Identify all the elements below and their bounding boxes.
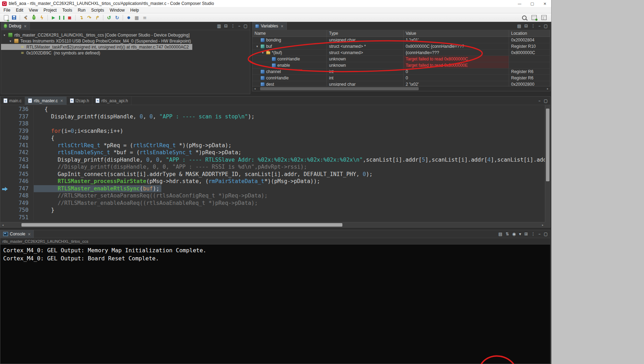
- expander-icon[interactable]: ▾: [8, 39, 12, 43]
- variable-row[interactable]: connHandleunknownTarget failed to read 0…: [252, 56, 550, 62]
- code-line-747[interactable]: 747 RTLSMaster_enableRtlsSync(buf);: [0, 185, 545, 193]
- code-line-744[interactable]: 744 //Display_printf(dispHandle, 0, 0, "…: [0, 163, 545, 171]
- code-line-746[interactable]: 746 RTLSMaster_processPairState(pMsg->hd…: [0, 178, 545, 185]
- view-menu-icon[interactable]: ⋮: [531, 24, 535, 28]
- editor-tab-rtls_aoa_api-h[interactable]: hrtls_aoa_api.h: [92, 97, 131, 105]
- minimize-icon[interactable]: –: [539, 24, 541, 28]
- maximize-icon[interactable]: ▢: [544, 232, 548, 236]
- variable-row[interactable]: ▾*(buf)struct <unnamed>{connHandle=???0x…: [252, 50, 550, 56]
- debug-tree-row[interactable]: ▾Texas Instruments XDS110 USB Debug Prob…: [1, 38, 194, 44]
- maximize-icon[interactable]: ▢: [544, 99, 548, 103]
- registers-button[interactable]: ≡: [141, 14, 149, 21]
- open-console-icon[interactable]: ⊞: [524, 232, 528, 236]
- suspend-button[interactable]: [58, 14, 65, 21]
- scroll-left-icon[interactable]: ◂: [252, 86, 257, 91]
- close-button[interactable]: ×: [539, 0, 551, 7]
- expander-icon[interactable]: ▾: [255, 45, 259, 48]
- maximize-icon[interactable]: ▢: [244, 24, 247, 28]
- code-line-739[interactable]: 739 for(i=0;i<scanRes;i++): [0, 128, 545, 135]
- view-menu-icon[interactable]: ⋮: [231, 24, 235, 28]
- display-console-icon[interactable]: ▾: [519, 232, 521, 236]
- editor-hscrollbar[interactable]: ◂ ▸: [0, 222, 545, 227]
- build-button[interactable]: [22, 14, 30, 21]
- editor-tab-rtls_master-c[interactable]: crtls_master.c: [25, 97, 66, 105]
- collapse-all-icon[interactable]: ⊟: [224, 24, 228, 28]
- minimize-icon[interactable]: –: [539, 232, 541, 236]
- menu-window[interactable]: Window: [107, 7, 128, 13]
- column-header-location[interactable]: Location: [509, 30, 550, 37]
- menu-tools[interactable]: Tools: [59, 7, 75, 13]
- column-header-type[interactable]: Type: [327, 30, 404, 37]
- code-line-741[interactable]: 741 rtlsCtrlReq_t *pReq = (rtlsCtrlReq_t…: [0, 142, 545, 149]
- tab-console[interactable]: Console: [0, 230, 34, 238]
- code-line-738[interactable]: 738: [0, 120, 545, 128]
- resume-button[interactable]: ▶: [50, 14, 57, 21]
- minimize-icon[interactable]: –: [238, 24, 240, 28]
- scrollbar-thumb[interactable]: [21, 223, 342, 227]
- code-line-749[interactable]: 749 //RTLSMaster_enableAoaReq((rtlsAoaEn…: [0, 200, 545, 207]
- debug-tree-row[interactable]: ≡0x1002DB9C (no symbols are defined): [1, 50, 104, 56]
- expander-icon[interactable]: ▾: [2, 33, 6, 37]
- variables-hscrollbar[interactable]: ◂ ▸: [252, 86, 550, 91]
- scroll-right-icon[interactable]: ▸: [540, 223, 545, 227]
- code-area[interactable]: 736 {737 Display_printf(dispHandle, 0, 0…: [0, 105, 550, 227]
- code-line-751[interactable]: 751: [0, 214, 545, 221]
- variable-row[interactable]: destunsigned char2 '\x02'0x20002800: [252, 81, 550, 86]
- minimize-button[interactable]: —: [513, 0, 526, 7]
- debug-tree-row[interactable]: ≡RTLSMaster_taskFxn$2(unsigned int, unsi…: [1, 44, 192, 50]
- column-header-value[interactable]: Value: [404, 30, 509, 37]
- column-header-name[interactable]: Name: [252, 30, 327, 37]
- minimize-icon[interactable]: –: [539, 99, 541, 103]
- menu-project[interactable]: Project: [41, 7, 59, 13]
- expander-icon[interactable]: ▾: [261, 51, 265, 54]
- menu-file[interactable]: File: [1, 7, 13, 13]
- scrollbar-thumb[interactable]: [260, 87, 418, 90]
- code-line-743[interactable]: 743 Display_printf(dispHandle, 0, 0, "AP…: [0, 156, 545, 164]
- tab-debug[interactable]: Debug: [1, 22, 30, 30]
- close-icon[interactable]: [28, 232, 31, 236]
- ccs-debug-perspective-button[interactable]: [530, 14, 538, 21]
- step-return-button[interactable]: ↱: [94, 14, 101, 21]
- search-button[interactable]: [520, 14, 528, 21]
- scrollbar-thumb[interactable]: [546, 109, 549, 181]
- scroll-left-icon[interactable]: ◂: [0, 223, 5, 227]
- scroll-right-icon[interactable]: ▸: [545, 86, 550, 91]
- scrollbar-track[interactable]: [257, 86, 545, 91]
- menu-view[interactable]: View: [26, 7, 41, 13]
- debug-tree-row[interactable]: ▾rtls_master_CC26X2R1_LAUNCHXL_tirtos_cc…: [1, 32, 193, 38]
- collapse-all-icon[interactable]: ⊟: [524, 24, 528, 28]
- restart-button[interactable]: ↺: [105, 14, 113, 21]
- variable-row[interactable]: bondingunsigned char1 '\x01'0x20002804: [252, 37, 550, 43]
- variable-row[interactable]: channelint0Register R6: [252, 69, 550, 75]
- scrollbar-track[interactable]: [5, 222, 540, 227]
- maximize-button[interactable]: ▢: [526, 0, 539, 7]
- close-icon[interactable]: [281, 24, 283, 28]
- ccs-edit-perspective-button[interactable]: [540, 14, 548, 21]
- save-button[interactable]: [10, 14, 18, 21]
- new-file-button[interactable]: [2, 14, 10, 21]
- pin-console-icon[interactable]: ◉: [512, 232, 516, 236]
- editor-tab-main-c[interactable]: cmain.c: [0, 97, 25, 105]
- step-over-button[interactable]: ↷: [85, 14, 93, 21]
- step-into-button[interactable]: ↴: [77, 14, 85, 21]
- memory-browser-button[interactable]: ▦: [133, 14, 141, 21]
- editor-vscrollbar[interactable]: [545, 105, 550, 222]
- code-line-750[interactable]: 750 }: [0, 207, 545, 214]
- editor-tab-l2cap-h[interactable]: hl2cap.h: [67, 97, 93, 105]
- variable-row[interactable]: connHandleint0Register R6: [252, 75, 550, 81]
- refresh-button[interactable]: ↻: [113, 14, 121, 21]
- variable-row[interactable]: enableunknownTarget failed to read 0x800…: [252, 62, 550, 69]
- flash-button[interactable]: ϟ: [38, 14, 46, 21]
- menu-help[interactable]: Help: [128, 7, 142, 13]
- show-type-names-icon[interactable]: ▤: [517, 24, 521, 28]
- terminate-button[interactable]: ■: [66, 14, 73, 21]
- code-line-737[interactable]: 737 Display_printf(dispHandle, 0, 0, "AP…: [0, 113, 545, 121]
- code-line-745[interactable]: 745 GapInit_connect(scanList[i].addrType…: [0, 171, 545, 178]
- console-output[interactable]: Cortex_M4_0: GEL Output: Memory Map Init…: [0, 245, 550, 364]
- menu-run[interactable]: Run: [75, 7, 88, 13]
- scroll-lock-icon[interactable]: ⇅: [505, 232, 509, 236]
- code-line-736[interactable]: 736 {: [0, 106, 545, 113]
- title-bar[interactable]: ble5_aoa - rtls_master_CC26X2R1_LAUNCHXL…: [0, 0, 551, 7]
- close-icon[interactable]: [60, 99, 63, 103]
- layout-icon[interactable]: ▥: [217, 24, 221, 28]
